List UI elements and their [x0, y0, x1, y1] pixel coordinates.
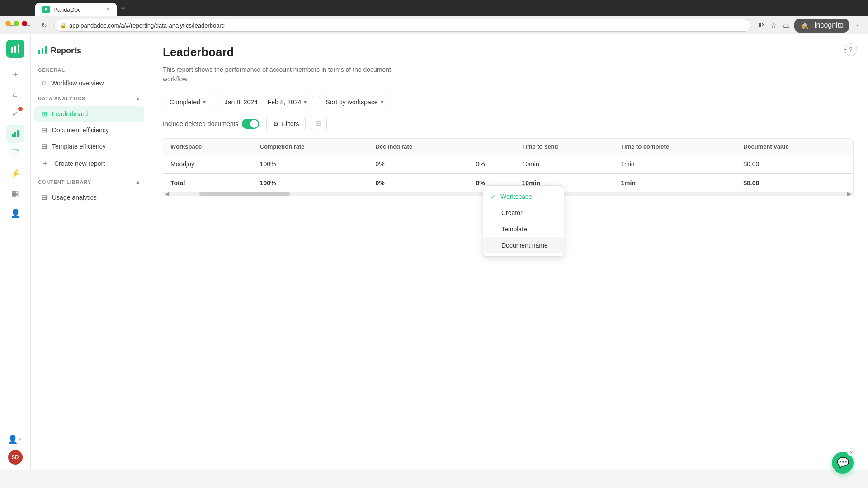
- rail-grid-icon[interactable]: ▦: [6, 184, 24, 202]
- secondary-filter-bar: Include deleted documents ⚙ Filters ☰: [163, 117, 854, 131]
- refresh-btn[interactable]: ↻: [38, 19, 51, 32]
- dropdown-label-creator: Creator: [501, 209, 523, 216]
- scroll-left-btn[interactable]: ◀: [165, 191, 169, 196]
- general-section-label: GENERAL: [31, 64, 148, 75]
- svg-rect-6: [38, 50, 40, 54]
- chat-icon: 💬: [837, 457, 849, 469]
- col-declined-rate: Declined rate: [368, 139, 468, 155]
- col-time-to-send: Time to send: [515, 139, 614, 155]
- reports-icon: [38, 45, 47, 56]
- rail-add-icon[interactable]: ＋: [6, 65, 24, 83]
- notification-badge: [18, 107, 23, 111]
- leaderboard-label: Leaderboard: [52, 110, 88, 117]
- cell-time-to-send: 10min: [515, 155, 614, 174]
- eye-slash-icon: 👁: [755, 19, 766, 31]
- rail-lightning-icon[interactable]: ⚡: [6, 164, 24, 183]
- template-efficiency-label: Template efficiency: [52, 143, 106, 150]
- status-chevron-icon: ▾: [203, 99, 206, 105]
- scroll-right-btn[interactable]: ▶: [847, 191, 851, 196]
- dropdown-label-template: Template: [501, 225, 527, 233]
- sidebar-toggle-icon[interactable]: ▭: [781, 19, 792, 32]
- svg-rect-2: [18, 44, 19, 53]
- sidebar-item-template-efficiency[interactable]: ⊟ Template efficiency: [34, 139, 144, 154]
- sidebar-item-document-efficiency[interactable]: ⊟ Document efficiency: [34, 122, 144, 138]
- col-document-value: Document value: [736, 139, 853, 155]
- content-library-section: CONTENT LIBRARY ▲: [31, 175, 148, 189]
- filter-bar: Completed ▾ Jan 8, 2024 — Feb 8, 2024 ▾ …: [163, 95, 854, 109]
- col-time-to-complete: Time to complete: [613, 139, 736, 155]
- maximize-btn[interactable]: [14, 21, 19, 26]
- browser-tab[interactable]: P PandaDoc ×: [35, 3, 117, 16]
- view-toggle-btn[interactable]: ☰: [311, 117, 327, 131]
- user-avatar[interactable]: SD: [8, 450, 23, 465]
- plus-icon: ＋: [42, 159, 49, 168]
- sidebar-header: Reports: [31, 42, 148, 60]
- dropdown-label-document-name: Document name: [501, 242, 548, 249]
- cell-completion-rate: 100%: [253, 155, 368, 174]
- toggle-knob: [250, 120, 258, 128]
- usage-analytics-icon: ⊟: [42, 193, 47, 202]
- check-icon: ✓: [491, 193, 496, 200]
- col-workspace: Workspace: [163, 139, 253, 155]
- cell-declined-rate: 0%: [368, 155, 468, 174]
- minimize-btn[interactable]: [5, 21, 11, 26]
- total-completion-rate: 100%: [253, 174, 368, 192]
- dropdown-label-workspace: Workspace: [500, 193, 532, 200]
- close-window-btn[interactable]: [22, 21, 27, 26]
- filters-btn[interactable]: ⚙ Filters: [266, 117, 306, 131]
- sort-filter-label: Sort by workspace: [326, 99, 377, 106]
- tab-favicon: P: [42, 6, 50, 13]
- page-description: This report shows the performance of acc…: [163, 65, 398, 84]
- browser-tab-bar: P PandaDoc × +: [0, 0, 868, 16]
- date-filter-label: Jan 8, 2024 — Feb 8, 2024: [225, 99, 302, 106]
- menu-icon[interactable]: ⋮: [852, 19, 863, 32]
- total-label: Total: [163, 174, 253, 192]
- dropdown-item-workspace[interactable]: ✓ Workspace: [483, 188, 564, 205]
- dropdown-item-document-name[interactable]: Document name: [483, 237, 564, 253]
- total-time-to-complete: 1min: [613, 174, 736, 192]
- chat-bubble[interactable]: 💬 ×: [832, 452, 854, 470]
- incognito-badge: 🕵 Incognito: [794, 19, 849, 33]
- col-extra: [469, 139, 515, 155]
- include-deleted-toggle[interactable]: [242, 119, 259, 129]
- rail-doc-icon[interactable]: 📄: [6, 145, 24, 163]
- rail-add-user-icon[interactable]: 👤+: [6, 430, 24, 448]
- doc-efficiency-icon: ⊟: [42, 126, 47, 134]
- rail-contacts-icon[interactable]: 👤: [6, 204, 24, 222]
- sort-filter-btn[interactable]: Sort by workspace ▾: [319, 95, 390, 109]
- dropdown-item-template[interactable]: Template: [483, 221, 564, 237]
- browser-actions: 👁 ☆ ▭ 🕵 Incognito ⋮: [755, 19, 863, 33]
- sidebar: Reports GENERAL ⧉ Workflow overview DATA…: [31, 34, 148, 470]
- tab-close-btn[interactable]: ×: [106, 6, 109, 13]
- status-filter-label: Completed: [170, 99, 200, 106]
- sidebar-item-create-new-report[interactable]: ＋ Create new report: [34, 155, 144, 172]
- dropdown-item-creator[interactable]: Creator: [483, 205, 564, 221]
- help-icon[interactable]: ?: [844, 43, 857, 56]
- content-library-chevron[interactable]: ▲: [135, 179, 141, 185]
- date-filter-btn[interactable]: Jan 8, 2024 — Feb 8, 2024 ▾: [218, 95, 314, 109]
- rail-analytics-icon[interactable]: [6, 125, 24, 143]
- data-analytics-section: DATA ANALYTICS ▲: [31, 92, 148, 105]
- sidebar-title: Reports: [51, 46, 81, 56]
- bookmark-icon[interactable]: ☆: [769, 19, 778, 32]
- new-tab-btn[interactable]: +: [117, 3, 129, 14]
- svg-rect-3: [12, 134, 14, 137]
- rail-home-icon[interactable]: ⌂: [6, 85, 24, 103]
- document-efficiency-label: Document efficiency: [52, 127, 109, 134]
- status-filter-btn[interactable]: Completed ▾: [163, 95, 212, 109]
- table-row: Moodjoy 100% 0% 0% 10min 1min $0.00: [163, 155, 853, 174]
- chat-close-btn[interactable]: ×: [847, 448, 855, 456]
- sidebar-item-leaderboard[interactable]: ⊞ Leaderboard: [34, 106, 144, 122]
- data-analytics-label: DATA ANALYTICS: [38, 96, 85, 101]
- rail-check-icon[interactable]: ✓: [6, 105, 24, 123]
- data-analytics-chevron[interactable]: ▲: [135, 95, 141, 102]
- sidebar-item-workflow-overview[interactable]: ⧉ Workflow overview: [34, 75, 144, 91]
- address-bar[interactable]: 🔒 app.pandadoc.com/a/#/reporting/data-an…: [54, 19, 751, 32]
- svg-rect-7: [42, 48, 43, 54]
- sidebar-item-usage-analytics[interactable]: ⊟ Usage analytics: [34, 190, 144, 205]
- filters-label: Filters: [282, 120, 299, 127]
- include-deleted-control: Include deleted documents: [163, 119, 259, 129]
- cell-extra: 0%: [469, 155, 515, 174]
- scroll-thumb[interactable]: [199, 192, 290, 196]
- browser-controls: ← → ↻ 🔒 app.pandadoc.com/a/#/reporting/d…: [0, 16, 868, 34]
